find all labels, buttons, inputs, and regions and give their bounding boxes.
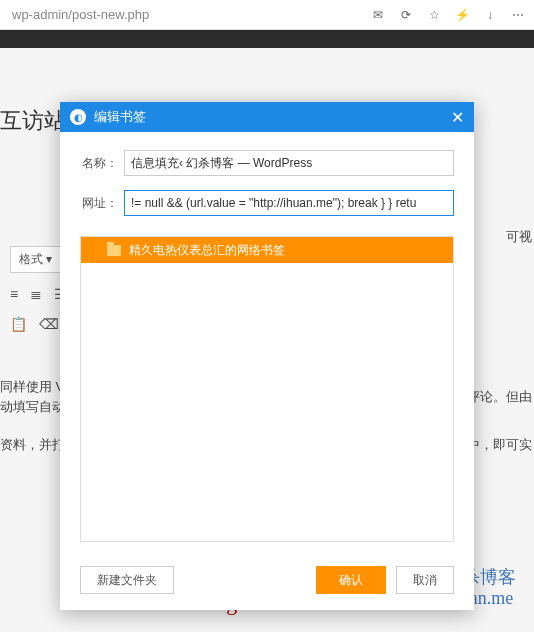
name-input[interactable] <box>124 150 454 176</box>
clear-icon[interactable]: ⌫ <box>39 316 59 332</box>
more-icon[interactable]: ⋯ <box>510 7 526 23</box>
bg-para2r: 中，即可实 <box>467 436 532 454</box>
clipboard-icon[interactable]: 📋 <box>10 316 27 332</box>
name-row: 名称： <box>80 150 454 176</box>
page-background: 互访站 格式 ▾ 可视 ≡ ≣ ☰ 📋 ⌫ 同样使用 V 动填写自动 评论。但由… <box>0 48 534 632</box>
name-label: 名称： <box>80 155 124 172</box>
chevron-down-icon: ▾ <box>46 252 52 266</box>
bolt-icon[interactable]: ⚡ <box>454 7 470 23</box>
down-icon[interactable]: ↓ <box>482 7 498 23</box>
folder-tree[interactable]: 精久电热仪表总汇的网络书签 <box>80 236 454 542</box>
dialog-titlebar: ◐ 编辑书签 ✕ <box>60 102 474 132</box>
edit-bookmark-dialog: ◐ 编辑书签 ✕ 名称： 网址： 精久电热仪表总汇的网络书签 新建文件夹 <box>60 102 474 610</box>
bg-para1r: 评论。但由 <box>467 388 532 406</box>
dialog-title: 编辑书签 <box>94 108 451 126</box>
url-label: 网址： <box>80 195 124 212</box>
dialog-footer: 新建文件夹 确认 取消 <box>60 554 474 610</box>
browser-toolbar: wp-admin/post-new.php ✉ ⟳ ☆ ⚡ ↓ ⋯ <box>0 0 534 30</box>
dialog-body: 名称： 网址： 精久电热仪表总汇的网络书签 <box>60 132 474 554</box>
url-row: 网址： <box>80 190 454 216</box>
mail-icon[interactable]: ✉ <box>370 7 386 23</box>
star-icon[interactable]: ☆ <box>426 7 442 23</box>
cancel-button[interactable]: 取消 <box>396 566 454 594</box>
url-input[interactable] <box>124 190 454 216</box>
bg-right-label: 可视 <box>506 228 532 246</box>
format-button[interactable]: 格式 ▾ <box>10 246 61 273</box>
folder-label: 精久电热仪表总汇的网络书签 <box>129 242 285 259</box>
close-icon[interactable]: ✕ <box>451 108 464 127</box>
bg-para2: 资料，并打 <box>0 436 65 454</box>
folder-icon <box>107 245 121 256</box>
app-icon: ◐ <box>70 109 86 125</box>
bg-para1b: 动填写自动 <box>0 398 65 416</box>
ok-button[interactable]: 确认 <box>316 566 386 594</box>
page-heading: 互访站 <box>0 106 66 136</box>
address-bar[interactable]: wp-admin/post-new.php <box>8 7 370 22</box>
align-left-icon[interactable]: ≡ <box>10 286 18 302</box>
editor-toolbar-row1[interactable]: ≡ ≣ ☰ <box>10 286 67 302</box>
align-center-icon[interactable]: ≣ <box>30 286 42 302</box>
editor-toolbar-row2[interactable]: 📋 ⌫ <box>10 316 59 332</box>
folder-item-selected[interactable]: 精久电热仪表总汇的网络书签 <box>81 237 453 263</box>
bg-para1a: 同样使用 V <box>0 378 64 396</box>
browser-tabstrip <box>0 30 534 48</box>
browser-actions: ✉ ⟳ ☆ ⚡ ↓ ⋯ <box>370 7 526 23</box>
new-folder-button[interactable]: 新建文件夹 <box>80 566 174 594</box>
refresh-icon[interactable]: ⟳ <box>398 7 414 23</box>
